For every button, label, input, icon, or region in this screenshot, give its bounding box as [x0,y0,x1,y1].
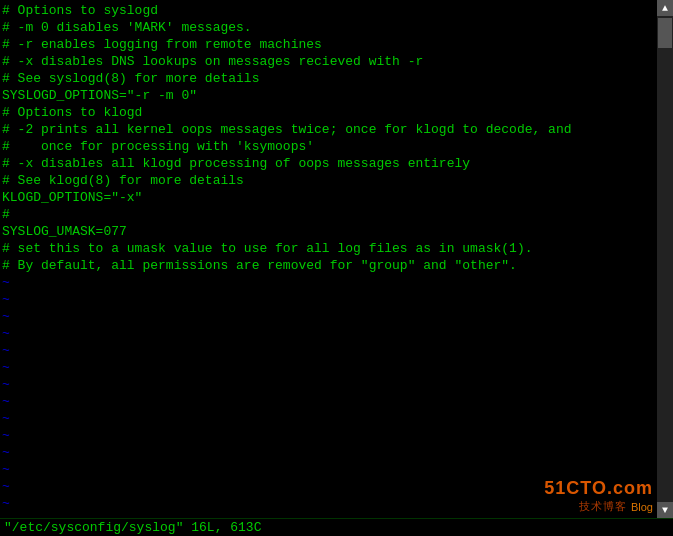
line-1: # -m 0 disables 'MARK' messages. [2,19,653,36]
line-12: # [2,206,653,223]
scroll-down-button[interactable]: ▼ [657,502,673,518]
line-25: ~ [2,427,653,444]
text-area[interactable]: # Options to syslogd# -m 0 disables 'MAR… [0,0,657,518]
line-15: # By default, all permissions are remove… [2,257,653,274]
watermark-site: 51CTO.com [544,478,653,499]
line-14: # set this to a umask value to use for a… [2,240,653,257]
line-16: ~ [2,274,653,291]
terminal: # Options to syslogd# -m 0 disables 'MAR… [0,0,673,536]
scrollbar: ▲ ▼ [657,0,673,518]
line-20: ~ [2,342,653,359]
line-13: SYSLOG_UMASK=077 [2,223,653,240]
scroll-up-button[interactable]: ▲ [657,0,673,16]
line-5: SYSLOGD_OPTIONS="-r -m 0" [2,87,653,104]
line-24: ~ [2,410,653,427]
line-0: # Options to syslogd [2,2,653,19]
scrollbar-track [657,16,673,502]
scrollbar-thumb[interactable] [658,18,672,48]
line-27: ~ [2,461,653,478]
line-19: ~ [2,325,653,342]
line-17: ~ [2,291,653,308]
line-23: ~ [2,393,653,410]
line-26: ~ [2,444,653,461]
watermark-blog: Blog [631,501,653,513]
status-text: "/etc/sysconfig/syslog" 16L, 613C [4,520,261,535]
line-21: ~ [2,359,653,376]
content-area: # Options to syslogd# -m 0 disables 'MAR… [0,0,673,518]
line-2: # -r enables logging from remote machine… [2,36,653,53]
line-9: # -x disables all klogd processing of oo… [2,155,653,172]
line-8: # once for processing with 'ksymoops' [2,138,653,155]
watermark-subtitle: 技术博客 [579,499,627,514]
line-22: ~ [2,376,653,393]
line-3: # -x disables DNS lookups on messages re… [2,53,653,70]
line-18: ~ [2,308,653,325]
status-bar: "/etc/sysconfig/syslog" 16L, 613C [0,518,673,536]
line-11: KLOGD_OPTIONS="-x" [2,189,653,206]
watermark: 51CTO.com 技术博客 Blog [544,478,653,514]
line-4: # See syslogd(8) for more details [2,70,653,87]
line-6: # Options to klogd [2,104,653,121]
line-10: # See klogd(8) for more details [2,172,653,189]
line-7: # -2 prints all kernel oops messages twi… [2,121,653,138]
